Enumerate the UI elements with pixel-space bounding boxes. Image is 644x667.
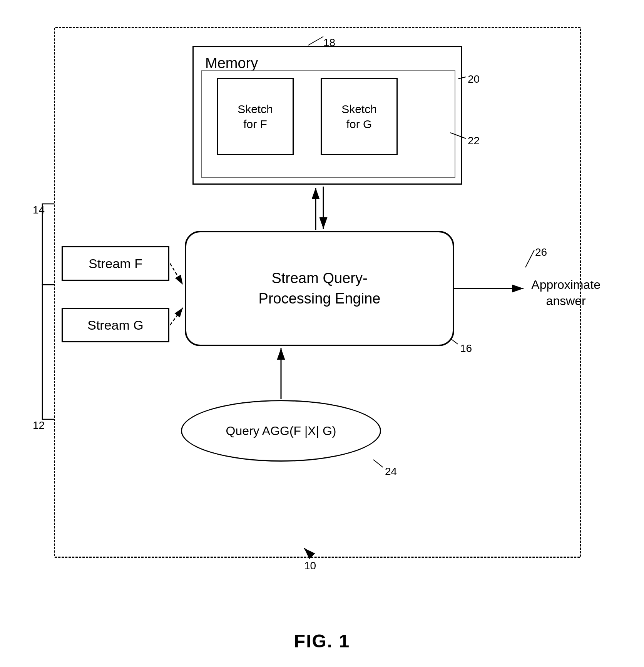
ref-14: 14 xyxy=(33,204,45,216)
sketch-g-box: Sketchfor G xyxy=(321,78,398,155)
sketch-f-label: Sketchfor F xyxy=(238,102,273,132)
stream-f-box: Stream F xyxy=(62,246,169,281)
ref-12: 12 xyxy=(33,419,45,432)
ref-20: 20 xyxy=(468,73,480,85)
memory-outer-box: Memory Sketchfor F Sketchfor G xyxy=(192,46,462,185)
diagram-container: 10 12 14 16 18 20 22 24 26 Memory Sketch… xyxy=(31,15,608,612)
memory-label: Memory xyxy=(205,55,258,72)
approx-answer: Approximateanswer xyxy=(531,277,601,309)
query-label: Query AGG(F |X| G) xyxy=(226,424,336,438)
engine-box: Stream Query-Processing Engine xyxy=(185,231,454,346)
query-ellipse: Query AGG(F |X| G) xyxy=(181,400,381,462)
ref-10: 10 xyxy=(304,560,316,572)
approx-answer-label: Approximateanswer xyxy=(531,278,601,308)
fig-caption: FIG. 1 xyxy=(294,630,350,652)
stream-g-label: Stream G xyxy=(87,318,143,333)
ref-16: 16 xyxy=(460,342,472,355)
ref-26: 26 xyxy=(535,246,547,258)
sketch-g-label: Sketchfor G xyxy=(341,102,377,132)
sketch-f-box: Sketchfor F xyxy=(217,78,294,155)
ref-24: 24 xyxy=(385,465,397,478)
stream-g-box: Stream G xyxy=(62,308,169,342)
engine-label: Stream Query-Processing Engine xyxy=(259,268,381,309)
ref-22: 22 xyxy=(468,135,480,147)
stream-f-label: Stream F xyxy=(89,256,142,271)
